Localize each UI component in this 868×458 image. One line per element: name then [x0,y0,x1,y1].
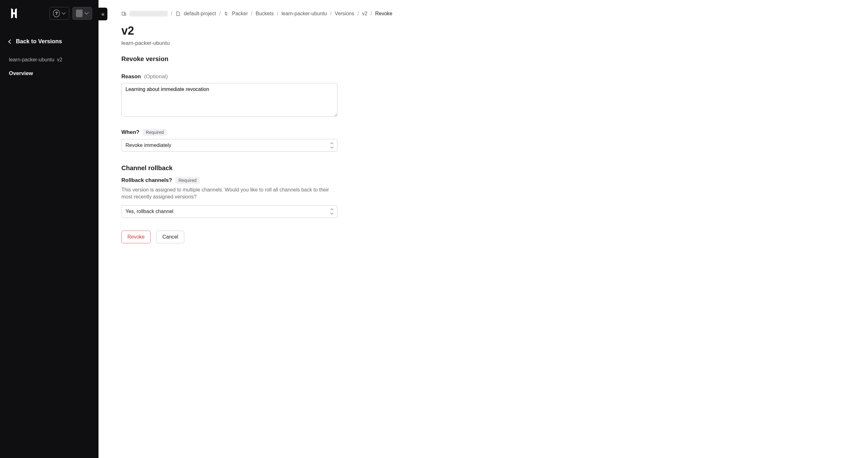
rollback-label: Rollback channels? [121,177,172,183]
svg-rect-1 [125,13,126,15]
packer-icon [224,11,229,16]
when-field-block: When? Required Revoke immediately [121,129,337,152]
page-subtitle: learn-packer-ubuntu [121,40,850,47]
when-select-value: Revoke immediately [125,142,171,148]
avatar [76,9,83,17]
required-badge: Required [143,129,167,136]
section-rollback-title: Channel rollback [121,165,850,172]
sidebar-item-overview[interactable]: Overview [0,67,98,80]
crumb-service[interactable]: Packer [232,11,248,17]
cancel-button[interactable]: Cancel [156,231,184,243]
revoke-button[interactable]: Revoke [121,231,151,243]
chevron-down-icon [62,11,66,15]
sidebar: ? Back to Versions learn-packer-ubuntuv2… [0,0,98,458]
context-version: v2 [57,57,62,62]
crumb-project[interactable]: default-project [184,11,216,17]
rollback-help-text: This version is assigned to multiple cha… [121,187,331,201]
page-title: v2 [121,24,850,37]
collapse-sidebar-button[interactable] [98,8,107,20]
reason-input[interactable] [121,83,337,117]
reason-label: Reason [121,74,141,80]
required-badge: Required [175,177,200,184]
chevron-left-icon [9,40,12,43]
org-switcher[interactable] [72,7,92,20]
file-icon [175,11,181,16]
question-icon: ? [53,9,60,17]
svg-rect-0 [122,12,125,15]
org-icon [121,11,126,16]
breadcrumb: / default-project / Packer / Buckets / l… [121,11,850,17]
crumb-bucket[interactable]: learn-packer-ubuntu [281,11,327,17]
reason-hint: (Optional) [144,74,168,80]
crumb-version[interactable]: v2 [362,11,367,17]
sidebar-top: ? [0,0,98,26]
sidebar-item-label: Overview [9,70,33,76]
when-select[interactable]: Revoke immediately [121,139,337,152]
sidebar-context: learn-packer-ubuntuv2 [0,49,98,65]
crumb-versions[interactable]: Versions [335,11,354,17]
help-menu[interactable]: ? [50,7,69,20]
when-label: When? [121,129,140,136]
back-to-versions-link[interactable]: Back to Versions [0,34,98,49]
rollback-select[interactable]: Yes, rollback channel [121,205,337,218]
crumb-buckets[interactable]: Buckets [256,11,274,17]
crumb-current: Revoke [375,11,392,17]
crumb-org-redacted[interactable] [130,11,168,17]
hashicorp-logo-icon[interactable] [8,7,20,20]
chevron-double-left-icon [101,11,104,17]
section-revoke-title: Revoke version [121,55,850,63]
chevron-down-icon [85,11,89,15]
rollback-select-value: Yes, rollback channel [125,209,174,214]
main-content: / default-project / Packer / Buckets / l… [98,0,868,458]
context-bucket: learn-packer-ubuntu [9,57,54,62]
form-actions: Revoke Cancel [121,231,850,243]
reason-field-block: Reason (Optional) [121,74,337,118]
back-label: Back to Versions [16,38,62,45]
